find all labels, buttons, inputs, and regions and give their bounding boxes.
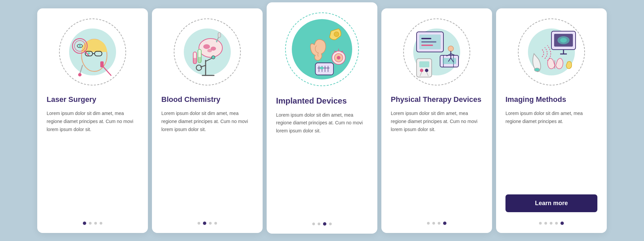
card-icon-area-5 [518,18,585,85]
dot-4-1 [427,222,430,225]
implanted-devices-icon [292,19,352,79]
svg-point-14 [199,39,222,57]
dot-4-3 [438,222,440,225]
svg-line-24 [206,58,212,61]
card-laser-surgery: Laser Surgery Lorem ipsum dolor sit dim … [37,8,148,233]
dot-4-4 [443,222,446,225]
dot-3-2 [318,223,320,225]
svg-rect-31 [315,63,333,75]
card-dots-2 [198,222,217,225]
card-title-3: Implanted Devices [276,96,368,106]
svg-point-40 [337,56,340,59]
learn-more-button[interactable]: Learn more [505,194,597,212]
svg-rect-27 [193,58,197,64]
dot-5-1 [539,222,542,225]
svg-point-4 [88,52,90,54]
svg-rect-29 [198,57,201,63]
card-dots-5 [539,222,564,225]
physical-therapy-icon [407,22,467,82]
card-text-5: Lorem ipsum dolor sit dim amet, mea regi… [505,110,597,187]
card-title-2: Blood Chemistry [161,95,253,105]
svg-line-12 [80,65,83,74]
imaging-methods-icon [521,22,582,82]
dot-1-3 [94,222,97,225]
dot-3-4 [329,223,332,225]
dot-3-1 [312,223,315,225]
svg-rect-48 [421,45,433,46]
svg-point-9 [79,45,81,47]
card-icon-area-4 [403,18,470,85]
svg-point-30 [334,32,339,36]
card-implanted-devices: Implanted Devices Lorem ipsum dolor sit … [267,2,377,234]
card-dots-4 [427,222,446,225]
card-icon-area-3 [285,12,359,86]
svg-rect-60 [419,61,429,67]
svg-point-61 [420,69,423,72]
card-title-1: Laser Surgery [47,95,139,105]
card-title-4: Physical Therapy Devices [391,95,483,105]
svg-rect-46 [421,38,431,39]
dot-2-4 [214,222,217,225]
card-text-1: Lorem ipsum dolor sit dim amet, mea regi… [47,110,139,212]
svg-rect-11 [100,61,104,67]
svg-point-15 [203,44,210,49]
card-blood-chemistry: Blood Chemistry Lorem ipsum dolor sit di… [152,8,263,233]
svg-rect-2 [95,51,102,56]
svg-rect-37 [320,67,324,69]
dot-5-2 [544,222,547,225]
svg-rect-52 [443,58,456,64]
card-dots-3 [312,222,332,226]
dot-1-4 [100,222,102,225]
card-icon-area-2 [174,18,241,85]
dot-5-4 [555,222,558,225]
dot-1-2 [89,222,92,225]
dot-4-2 [432,222,435,225]
svg-point-17 [207,49,212,52]
svg-point-71 [534,68,540,71]
blood-chemistry-icon [177,22,237,82]
card-text-3: Lorem ipsum dolor sit dim amet, mea regi… [276,111,368,213]
svg-rect-47 [421,41,436,43]
svg-point-23 [196,65,202,70]
svg-point-68 [560,38,567,43]
svg-point-62 [425,69,428,72]
dot-2-2 [203,222,206,225]
card-physical-therapy: Physical Therapy Devices Lorem ipsum dol… [381,8,492,233]
svg-rect-19 [218,33,221,38]
laser-surgery-icon [62,22,123,82]
dot-1-1 [83,222,86,225]
card-imaging-methods: Imaging Methods Lorem ipsum dolor sit di… [496,8,607,233]
cards-container: Laser Surgery Lorem ipsum dolor sit dim … [31,0,613,241]
dot-2-3 [209,222,212,225]
dot-5-5 [560,222,564,225]
svg-point-25 [212,56,215,59]
dot-2-1 [198,222,200,225]
card-text-4: Lorem ipsum dolor sit dim amet, mea regi… [391,110,483,212]
card-text-2: Lorem ipsum dolor sit dim amet, mea regi… [161,110,253,212]
svg-point-13 [78,73,82,76]
svg-point-53 [448,46,453,51]
card-dots-1 [83,222,102,225]
card-title-5: Imaging Methods [505,95,597,105]
card-icon-area-1 [59,18,126,85]
dot-3-3 [323,222,326,226]
dot-5-3 [550,222,552,225]
